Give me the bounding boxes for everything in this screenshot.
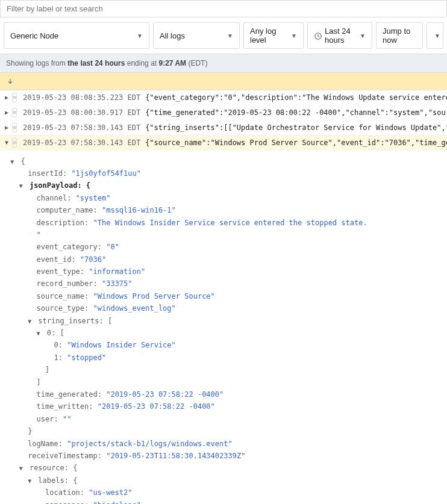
log-row[interactable]: ▶ ⊛ 2019-05-23 08:08:35.223 EDT {"event_… [0, 90, 447, 105]
log-timestamp: 2019-05-23 08:08:35.223 EDT [23, 93, 140, 102]
log-timestamp: 2019-05-23 08:00:30.917 EDT [23, 108, 140, 117]
logs-label: All logs [160, 31, 185, 40]
caret-down-icon[interactable]: ▼ [10, 157, 16, 167]
detail-channel: "system" [76, 194, 111, 202]
detail-string-inserts-label: string_inserts: [ [38, 317, 112, 325]
status-prefix: Showing logs from [6, 59, 67, 67]
detail-insertId: "1js0yfof54f1uu" [71, 169, 141, 178]
expand-icon[interactable]: ▶ [5, 124, 8, 131]
caret-down-icon[interactable]: ▼ [28, 316, 34, 326]
log-row[interactable]: ▶ ⊛ 2019-05-23 07:58:30.143 EDT {"string… [0, 120, 447, 135]
collapse-icon[interactable]: ▼ [5, 139, 8, 146]
level-label: Any log level [250, 26, 286, 45]
log-payload: {"time_generated":"2019-05-23 08:00:22 -… [145, 108, 447, 117]
resource-dropdown[interactable]: Generic Node ▼ [4, 22, 149, 49]
caret-down-icon[interactable]: ▼ [19, 181, 25, 191]
filter-bar [0, 0, 447, 17]
status-middle: ending at [125, 59, 158, 67]
log-row[interactable]: ▶ ⊛ 2019-05-23 08:00:30.917 EDT {"time_g… [0, 105, 447, 120]
jump-options-dropdown[interactable]: ▼ [427, 22, 443, 49]
jump-label: Jump to now [383, 26, 416, 45]
caret-down-icon: ▼ [227, 33, 233, 39]
pin-icon[interactable]: ⊛ [12, 123, 17, 132]
download-icon [6, 76, 14, 86]
caret-down-icon: ▼ [291, 33, 297, 39]
detail-time-generated: "2019-05-23 07:58:22 -0400" [106, 390, 224, 399]
detail-description: "The Windows Insider Service service ent… [93, 219, 367, 227]
pin-icon[interactable]: ⊛ [12, 138, 17, 148]
caret-down-icon[interactable]: ▼ [37, 328, 43, 338]
detail-record-number: "33375" [102, 279, 133, 288]
detail-time-written: "2019-05-23 07:58:22 -0400" [98, 402, 215, 411]
detail-resource-label: resource: { [30, 464, 77, 472]
detail-receiveTimestamp: "2019-05-23T11:58:30.143402339Z" [106, 452, 245, 460]
status-bar: Showing logs from the last 24 hours endi… [0, 54, 447, 73]
expand-icon[interactable]: ▶ [5, 94, 8, 101]
detail-event-type: "information" [89, 267, 145, 276]
caret-down-icon[interactable]: ▼ [28, 476, 34, 486]
detail-computer-name: "mssql16-win16-1" [102, 206, 176, 214]
time-label: Last 24 hours [325, 26, 355, 45]
pin-icon[interactable]: ⊛ [12, 93, 17, 102]
caret-down-icon: ▼ [434, 33, 440, 39]
pin-icon[interactable]: ⊛ [12, 108, 17, 117]
detail-logName: "projects/stack-b1/logs/windows.event" [67, 440, 233, 448]
log-payload: {"event_category":"0","description":"The… [145, 93, 447, 102]
detail-si-0-0: "Windows Insider Service" [67, 341, 176, 349]
caret-down-icon[interactable]: ▼ [19, 463, 25, 473]
detail-description-2: " [37, 231, 41, 239]
log-timestamp: 2019-05-23 07:58:30.143 EDT [23, 138, 140, 147]
clock-icon [314, 31, 322, 40]
caret-down-icon: ▼ [137, 33, 143, 39]
detail-namespace: "bindplane" [93, 501, 141, 505]
log-payload: {"string_inserts":[["Update Orchestrator… [145, 123, 447, 132]
detail-si-0-label: 0: [ [47, 329, 64, 337]
expand-icon[interactable]: ▶ [5, 109, 8, 116]
status-tz: (EDT) [186, 59, 207, 67]
log-detail: ▼ { insertId: "1js0yfof54f1uu" ▼ jsonPay… [0, 151, 447, 504]
detail-jsonPayload-label: jsonPayload: { [30, 181, 90, 190]
detail-source-type: "windows_event_log" [93, 304, 176, 313]
resource-label: Generic Node [10, 31, 58, 40]
caret-down-icon: ▼ [360, 33, 366, 39]
log-timestamp: 2019-05-23 07:58:30.143 EDT [23, 123, 140, 132]
time-dropdown[interactable]: Last 24 hours ▼ [307, 22, 372, 49]
logs-dropdown[interactable]: All logs ▼ [153, 22, 240, 49]
detail-source-name: "Windows Prod Server Source" [93, 292, 215, 300]
filter-input[interactable] [7, 4, 440, 13]
detail-si-0-1: "stopped" [67, 353, 106, 362]
log-row-expanded[interactable]: ▼ ⊛ 2019-05-23 07:58:30.143 EDT {"source… [0, 135, 447, 151]
detail-user: "" [63, 415, 71, 423]
detail-event-id: "7036" [80, 255, 106, 264]
log-payload: {"source_name":"Windows Prod Server Sour… [145, 138, 447, 147]
jump-button[interactable]: Jump to now [376, 22, 423, 49]
detail-location: "us-west2" [89, 488, 132, 497]
detail-labels-label: labels: { [38, 476, 77, 485]
detail-event-category: "0" [106, 243, 119, 251]
status-range: the last 24 hours [67, 59, 125, 67]
download-row[interactable] [0, 73, 447, 90]
level-dropdown[interactable]: Any log level ▼ [243, 22, 304, 49]
status-end-time: 9:27 AM [158, 59, 186, 67]
controls-row: Generic Node ▼ All logs ▼ Any log level … [0, 17, 447, 54]
